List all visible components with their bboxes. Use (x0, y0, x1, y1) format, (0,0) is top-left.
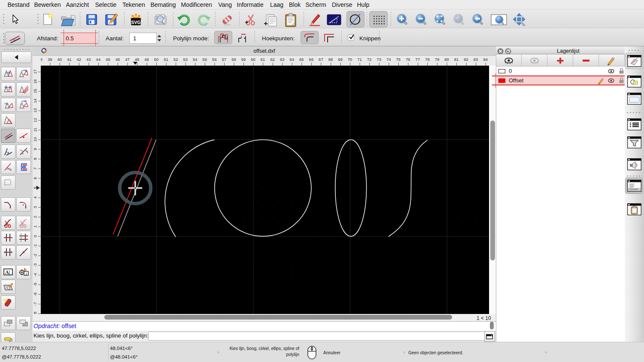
svg-text:-4: -4 (33, 273, 37, 277)
svg-text:x: x (10, 168, 12, 172)
svg-text:70: 70 (348, 57, 352, 62)
svg-text:7: 7 (33, 167, 37, 169)
svg-text:-7: -7 (33, 302, 37, 305)
svg-text:13: 13 (33, 108, 37, 113)
svg-text:-5: -5 (33, 283, 37, 286)
svg-text:9: 9 (33, 148, 37, 150)
svg-text:10: 10 (33, 137, 37, 142)
svg-text:43: 43 (86, 57, 91, 62)
svg-text:-6: -6 (33, 293, 37, 296)
svg-text:15: 15 (33, 89, 37, 94)
svg-text:0: 0 (33, 235, 37, 237)
svg-text:4: 4 (33, 196, 37, 199)
svg-text:62: 62 (270, 57, 275, 62)
svg-text:48: 48 (135, 57, 140, 62)
svg-text:2: 2 (33, 216, 37, 218)
svg-text:5: 5 (33, 187, 37, 189)
svg-text:-2: -2 (33, 253, 37, 257)
svg-text:8: 8 (33, 158, 37, 160)
svg-text:72: 72 (367, 57, 372, 62)
svg-text:3: 3 (33, 206, 37, 208)
svg-text:.1: .1 (24, 272, 27, 275)
svg-text:74: 74 (386, 57, 391, 62)
svg-text:12: 12 (33, 118, 37, 123)
svg-text:-1: -1 (33, 244, 37, 247)
svg-text:79: 79 (435, 57, 440, 62)
svg-text:50: 50 (154, 57, 159, 62)
svg-text:67: 67 (319, 57, 323, 62)
svg-text:54: 54 (193, 57, 197, 62)
svg-text:53: 53 (183, 57, 188, 62)
svg-text:64: 64 (290, 57, 295, 62)
svg-text:75: 75 (396, 57, 401, 62)
svg-text:46: 46 (115, 57, 120, 62)
svg-text:42: 42 (77, 57, 82, 62)
svg-text:66: 66 (309, 57, 314, 62)
svg-text:68: 68 (328, 57, 333, 62)
svg-text:6: 6 (33, 177, 37, 179)
svg-text:77: 77 (416, 57, 420, 62)
svg-text:55: 55 (203, 57, 207, 62)
svg-text:SVG: SVG (131, 20, 140, 25)
svg-text:44: 44 (96, 57, 101, 62)
svg-text:11: 11 (33, 128, 37, 132)
svg-text:57: 57 (222, 57, 227, 62)
svg-text:command: command (629, 188, 638, 190)
svg-text:65: 65 (299, 57, 304, 62)
svg-text:16: 16 (33, 79, 37, 84)
svg-text:78: 78 (425, 57, 430, 62)
svg-text:17: 17 (33, 69, 37, 74)
svg-text:71: 71 (357, 57, 362, 62)
svg-text:1: 1 (33, 225, 37, 227)
svg-text:49: 49 (144, 57, 149, 62)
svg-text:45: 45 (106, 57, 110, 62)
svg-text:41: 41 (67, 57, 72, 62)
svg-text:63: 63 (280, 57, 285, 62)
svg-text:38: 38 (41, 57, 43, 62)
svg-text:73: 73 (377, 57, 381, 62)
svg-text:81: 81 (454, 57, 459, 62)
svg-text:60: 60 (251, 57, 255, 62)
svg-text:76: 76 (406, 57, 410, 62)
svg-text:52: 52 (173, 57, 178, 62)
svg-text:14: 14 (33, 99, 37, 103)
svg-text:56: 56 (212, 57, 217, 62)
svg-text:47: 47 (125, 57, 130, 62)
svg-text:40: 40 (57, 57, 62, 62)
svg-text:58: 58 (231, 57, 236, 62)
svg-text:84: 84 (483, 57, 488, 62)
svg-text:83: 83 (474, 57, 478, 62)
svg-text:82: 82 (464, 57, 468, 62)
svg-text:59: 59 (241, 57, 246, 62)
svg-text:69: 69 (338, 57, 343, 62)
svg-text:80: 80 (444, 57, 449, 62)
svg-text:A|: A| (5, 269, 10, 275)
svg-text:51: 51 (164, 57, 168, 62)
svg-text:-3: -3 (33, 263, 37, 267)
svg-text:39: 39 (48, 57, 52, 62)
svg-text:61: 61 (261, 57, 265, 62)
